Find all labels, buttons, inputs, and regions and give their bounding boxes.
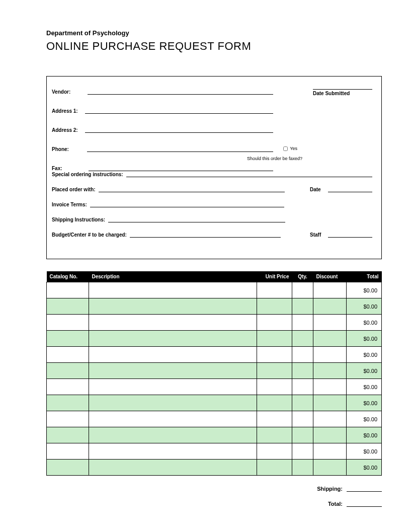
cell[interactable] [47, 379, 89, 395]
cell[interactable] [257, 411, 292, 427]
cell[interactable] [313, 347, 347, 363]
cell[interactable] [89, 460, 257, 476]
cell[interactable] [89, 298, 257, 315]
address1-input[interactable] [85, 107, 273, 114]
invoice-terms-input[interactable] [90, 200, 284, 207]
cell[interactable] [313, 315, 347, 331]
fax-yes-checkbox[interactable] [283, 146, 288, 151]
date-input[interactable] [328, 185, 372, 192]
cell[interactable] [47, 298, 89, 315]
cell[interactable] [89, 331, 257, 347]
vendor-input[interactable] [88, 88, 273, 95]
cell[interactable] [292, 460, 313, 476]
cell[interactable] [292, 411, 313, 427]
cell[interactable] [292, 347, 313, 363]
cell[interactable] [257, 331, 292, 347]
cell-total: $0.00 [347, 460, 382, 476]
placed-with-input[interactable] [99, 185, 285, 192]
cell[interactable] [292, 298, 313, 315]
budget-input[interactable] [130, 231, 281, 238]
cell[interactable] [313, 411, 347, 427]
cell[interactable] [292, 331, 313, 347]
cell[interactable] [89, 411, 257, 427]
cell[interactable] [257, 347, 292, 363]
cell[interactable] [47, 460, 89, 476]
cell[interactable] [257, 427, 292, 443]
cell[interactable] [292, 427, 313, 443]
cell-total: $0.00 [347, 379, 382, 395]
cell[interactable] [47, 363, 89, 379]
col-unit-price: Unit Price [257, 271, 292, 282]
col-total: Total [347, 271, 382, 282]
cell[interactable] [313, 363, 347, 379]
cell[interactable] [292, 315, 313, 331]
cell[interactable] [257, 460, 292, 476]
col-catalog: Catalog No. [47, 271, 89, 282]
shipping-instructions-input[interactable] [108, 215, 285, 222]
date-submitted-input[interactable] [313, 83, 372, 90]
cell[interactable] [257, 395, 292, 411]
cell[interactable] [313, 282, 347, 298]
cell[interactable] [313, 427, 347, 443]
cell[interactable] [257, 379, 292, 395]
cell[interactable] [89, 363, 257, 379]
cell-total: $0.00 [347, 347, 382, 363]
table-row: $0.00 [47, 315, 382, 331]
cell[interactable] [89, 282, 257, 298]
staff-label: Staff [310, 232, 325, 238]
cell[interactable] [292, 379, 313, 395]
cell[interactable] [292, 395, 313, 411]
cell[interactable] [47, 443, 89, 460]
cell[interactable] [47, 395, 89, 411]
cell-total: $0.00 [347, 411, 382, 427]
cell[interactable] [89, 347, 257, 363]
cell[interactable] [89, 443, 257, 460]
cell[interactable] [257, 363, 292, 379]
invoice-terms-label: Invoice Terms: [52, 202, 87, 207]
phone-input[interactable] [87, 145, 273, 152]
cell-total: $0.00 [347, 395, 382, 411]
cell[interactable] [292, 282, 313, 298]
cell[interactable] [89, 379, 257, 395]
cell[interactable] [47, 411, 89, 427]
cell[interactable] [89, 315, 257, 331]
cell[interactable] [89, 395, 257, 411]
cell[interactable] [257, 315, 292, 331]
cell[interactable] [292, 443, 313, 460]
address2-input[interactable] [85, 126, 273, 133]
vendor-info-box: Vendor: Date Submitted Address 1: Addres… [46, 76, 382, 259]
cell[interactable] [47, 315, 89, 331]
cell[interactable] [313, 395, 347, 411]
staff-input[interactable] [328, 231, 372, 238]
special-instructions-label: Special ordering instructions: [52, 172, 123, 177]
cell[interactable] [47, 347, 89, 363]
cell[interactable] [292, 363, 313, 379]
page-title: ONLINE PURCHASE REQUEST FORM [46, 40, 382, 53]
address1-label: Address 1: [52, 108, 78, 114]
cell[interactable] [313, 460, 347, 476]
cell[interactable] [89, 427, 257, 443]
cell[interactable] [257, 443, 292, 460]
cell[interactable] [47, 331, 89, 347]
cell[interactable] [313, 298, 347, 315]
cell[interactable] [313, 331, 347, 347]
special-instructions-input[interactable] [126, 170, 372, 177]
cell-total: $0.00 [347, 427, 382, 443]
table-row: $0.00 [47, 411, 382, 427]
table-row: $0.00 [47, 363, 382, 379]
cell[interactable] [47, 282, 89, 298]
total-value[interactable] [347, 500, 382, 507]
fax-yes-label: Yes [290, 146, 297, 151]
cell[interactable] [257, 298, 292, 315]
cell[interactable] [313, 443, 347, 460]
vendor-label: Vendor: [52, 89, 70, 95]
col-discount: Discount [313, 271, 347, 282]
date-submitted-label: Date Submitted [313, 91, 372, 96]
cell-total: $0.00 [347, 331, 382, 347]
cell-total: $0.00 [347, 298, 382, 315]
shipping-value[interactable] [347, 485, 382, 492]
table-row: $0.00 [47, 298, 382, 315]
cell[interactable] [257, 282, 292, 298]
cell[interactable] [47, 427, 89, 443]
cell[interactable] [313, 379, 347, 395]
